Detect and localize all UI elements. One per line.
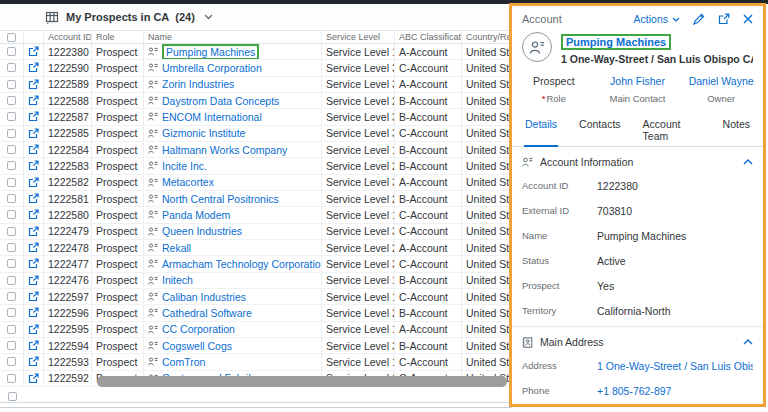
open-in-icon[interactable] bbox=[28, 275, 39, 286]
cell-account-name-link[interactable]: Caliban Industries bbox=[162, 291, 246, 303]
cell-account-name-link[interactable]: North Central Positronics bbox=[162, 193, 279, 205]
cell-account-name-link[interactable]: ENCOM International bbox=[162, 111, 262, 123]
select-all-checkbox[interactable] bbox=[7, 33, 16, 42]
open-in-icon[interactable] bbox=[28, 340, 39, 351]
row-checkbox[interactable] bbox=[7, 47, 16, 56]
actions-menu-button[interactable]: Actions bbox=[634, 13, 680, 25]
close-icon[interactable] bbox=[743, 14, 753, 24]
row-checkbox[interactable] bbox=[7, 178, 16, 187]
table-row[interactable]: 1222596 Prospect Cathedral Software Serv… bbox=[0, 305, 512, 321]
table-row[interactable]: 1222588 Prospect Daystrom Data Concepts … bbox=[0, 93, 512, 109]
open-in-icon[interactable] bbox=[28, 373, 39, 384]
cell-account-name-link[interactable]: Rekall bbox=[162, 242, 191, 254]
row-checkbox[interactable] bbox=[7, 63, 16, 72]
table-row[interactable]: 1222589 Prospect Zorin Industries Servic… bbox=[0, 77, 512, 93]
tab-account-team[interactable]: Account Team bbox=[642, 113, 702, 146]
table-row[interactable]: 1222580 Prospect Panda Modem Service Lev… bbox=[0, 207, 512, 223]
cell-account-name-link[interactable]: Umbrella Corporation bbox=[162, 62, 262, 74]
horizontal-scrollbar-thumb[interactable] bbox=[97, 376, 507, 387]
table-row[interactable]: 1222476 Prospect Initech Service Level 1… bbox=[0, 273, 512, 289]
row-checkbox[interactable] bbox=[7, 227, 16, 236]
open-in-icon[interactable] bbox=[28, 291, 39, 302]
edit-pencil-icon[interactable] bbox=[693, 13, 705, 25]
table-row[interactable]: 1222587 Prospect ENCOM International Ser… bbox=[0, 109, 512, 125]
row-checkbox[interactable] bbox=[7, 161, 16, 170]
tab-notes[interactable]: Notes bbox=[722, 113, 751, 146]
row-checkbox[interactable] bbox=[7, 325, 16, 334]
cell-account-name-link[interactable]: CC Corporation bbox=[162, 323, 235, 335]
column-header-name[interactable]: Name bbox=[144, 31, 322, 43]
open-in-icon[interactable] bbox=[28, 307, 39, 318]
row-checkbox[interactable] bbox=[7, 357, 16, 366]
cell-account-name-link[interactable]: Initech bbox=[162, 274, 193, 286]
row-checkbox[interactable] bbox=[7, 341, 16, 350]
cell-account-name-link[interactable]: Incite Inc. bbox=[162, 160, 207, 172]
open-in-icon[interactable] bbox=[28, 62, 39, 73]
open-in-icon[interactable] bbox=[28, 79, 39, 90]
table-row[interactable]: 1222584 Prospect Haltmann Works Company … bbox=[0, 142, 512, 158]
table-row[interactable]: 1222594 Prospect Cogswell Cogs Service L… bbox=[0, 338, 512, 354]
open-in-icon[interactable] bbox=[28, 324, 39, 335]
open-in-icon[interactable] bbox=[28, 111, 39, 122]
table-row[interactable]: 1222478 Prospect Rekall Service Level 2 … bbox=[0, 240, 512, 256]
open-in-icon[interactable] bbox=[28, 226, 39, 237]
table-row[interactable]: 1222583 Prospect Incite Inc. Service Lev… bbox=[0, 158, 512, 174]
table-row[interactable]: 1222582 Prospect Metacortex Service Leve… bbox=[0, 175, 512, 191]
open-in-icon[interactable] bbox=[28, 258, 39, 269]
cell-account-name-link[interactable]: Panda Modem bbox=[162, 209, 230, 221]
tab-details[interactable]: Details bbox=[524, 113, 558, 147]
cell-account-name-link[interactable]: Daystrom Data Concepts bbox=[162, 95, 279, 107]
open-in-icon[interactable] bbox=[28, 160, 39, 171]
field-value[interactable]: +1 805-762-897 bbox=[597, 385, 671, 397]
open-in-icon[interactable] bbox=[28, 177, 39, 188]
row-checkbox[interactable] bbox=[7, 292, 16, 301]
open-in-icon[interactable] bbox=[28, 128, 39, 139]
field-value[interactable]: 1 One-Way-Street / San Luis Obispo CA ..… bbox=[597, 360, 753, 372]
cell-account-name-link[interactable]: ComTron bbox=[162, 356, 205, 368]
column-header-abc-classification[interactable]: ABC Classification bbox=[395, 31, 462, 43]
open-in-icon[interactable] bbox=[28, 356, 39, 367]
cell-account-name-link[interactable]: Cogswell Cogs bbox=[162, 340, 232, 352]
summary-value[interactable]: Daniel Wayne bbox=[679, 75, 763, 87]
row-checkbox[interactable] bbox=[7, 276, 16, 285]
tab-contacts[interactable]: Contacts bbox=[578, 113, 621, 146]
row-checkbox[interactable] bbox=[7, 145, 16, 154]
table-row[interactable]: 1222581 Prospect North Central Positroni… bbox=[0, 191, 512, 207]
row-checkbox[interactable] bbox=[7, 243, 16, 252]
table-row[interactable]: 1222595 Prospect CC Corporation Service … bbox=[0, 322, 512, 338]
export-icon[interactable] bbox=[718, 13, 730, 25]
table-row[interactable]: 1222479 Prospect Queen Industries Servic… bbox=[0, 224, 512, 240]
cell-account-name-link[interactable]: Zorin Industries bbox=[162, 78, 234, 90]
cell-account-name-link[interactable]: Armacham Technology Corporation (ATC) bbox=[162, 258, 322, 270]
table-view-icon[interactable] bbox=[45, 11, 59, 24]
row-checkbox[interactable] bbox=[7, 308, 16, 317]
table-row[interactable]: 1222585 Prospect Gizmonic Institute Serv… bbox=[0, 126, 512, 142]
cell-account-name-link[interactable]: Cathedral Software bbox=[162, 307, 252, 319]
open-in-icon[interactable] bbox=[28, 144, 39, 155]
row-checkbox[interactable] bbox=[7, 210, 16, 219]
row-checkbox[interactable] bbox=[7, 112, 16, 121]
table-row[interactable]: 1222590 Prospect Umbrella Corporation Se… bbox=[0, 60, 512, 76]
row-checkbox[interactable] bbox=[8, 392, 17, 401]
account-name-link[interactable]: Pumping Machines bbox=[561, 34, 671, 50]
cell-account-name-link[interactable]: Metacortex bbox=[162, 176, 214, 188]
row-checkbox[interactable] bbox=[7, 129, 16, 138]
column-header-country[interactable]: Country/Region bbox=[462, 31, 512, 43]
summary-value[interactable]: John Fisher bbox=[596, 75, 680, 87]
cell-account-name-link[interactable]: Gizmonic Institute bbox=[162, 127, 245, 139]
table-row[interactable]: 1222380 Prospect Pumping Machines Servic… bbox=[0, 44, 512, 60]
table-row[interactable]: 1222593 Prospect ComTron Service Level 1… bbox=[0, 354, 512, 370]
column-header-role[interactable]: Role bbox=[92, 31, 144, 43]
cell-account-name-link[interactable]: Haltmann Works Company bbox=[162, 144, 287, 156]
table-row[interactable]: 1222597 Prospect Caliban Industries Serv… bbox=[0, 289, 512, 305]
column-header-account-id[interactable]: Account ID bbox=[44, 31, 92, 43]
row-checkbox[interactable] bbox=[7, 96, 16, 105]
collapse-icon[interactable] bbox=[743, 159, 753, 165]
row-checkbox[interactable] bbox=[7, 374, 16, 383]
cell-account-name-link[interactable]: Pumping Machines bbox=[162, 44, 259, 59]
open-in-icon[interactable] bbox=[28, 242, 39, 253]
row-checkbox[interactable] bbox=[7, 259, 16, 268]
open-in-icon[interactable] bbox=[28, 209, 39, 220]
title-chevron-down-icon[interactable] bbox=[204, 14, 213, 20]
open-in-icon[interactable] bbox=[28, 46, 39, 57]
